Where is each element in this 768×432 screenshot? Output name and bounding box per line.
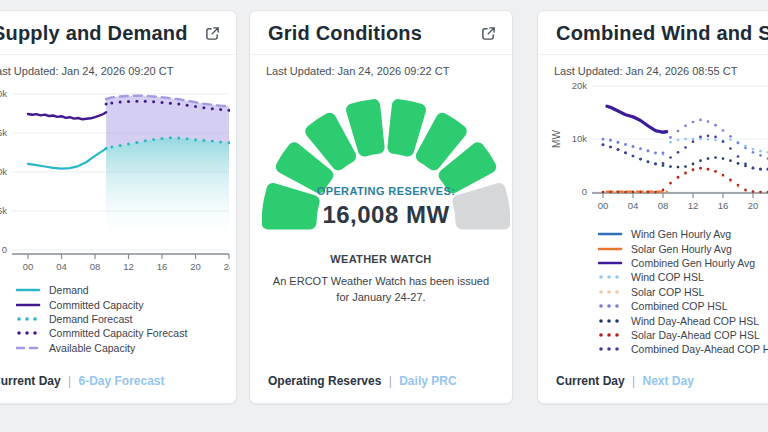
svg-text:20: 20: [190, 261, 201, 272]
legend-item: Combined COP HSL: [598, 299, 768, 313]
footer-separator: |: [68, 374, 71, 388]
legend-label: Solar Gen Hourly Avg: [631, 243, 732, 255]
legend-swatch: [16, 286, 42, 294]
svg-text:20: 20: [748, 200, 759, 211]
grid-conditions-card: Grid Conditions Last Updated: Jan 24, 20…: [249, 10, 513, 404]
supply-demand-header: Supply and Demand: [0, 11, 236, 55]
grid-conditions-tab-operating-reserves[interactable]: Operating Reserves: [268, 374, 381, 388]
svg-text:00: 00: [23, 261, 34, 272]
legend-swatch: [598, 259, 624, 267]
combined-wind-solar-last-updated: Last Updated: Jan 24, 2026 08:55 CT: [554, 65, 768, 77]
legend-item: Wind COP HSL: [598, 270, 768, 284]
svg-text:50k: 50k: [0, 166, 7, 177]
legend-item: Demand: [16, 283, 224, 297]
combined-wind-solar-legend: Wind Gen Hourly AvgSolar Gen Hourly AvgC…: [598, 227, 768, 357]
supply-demand-legend: DemandCommitted CapacityDemand ForecastC…: [16, 283, 224, 355]
legend-swatch: [598, 245, 624, 253]
footer-separator: |: [389, 374, 392, 388]
legend-swatch: [16, 329, 42, 337]
grid-conditions-footer: Operating Reserves | Daily PRC: [250, 364, 512, 403]
supply-demand-footer: Current Day | 6-Day Forecast: [0, 364, 236, 403]
combined-wind-solar-chart: 0004081216202420k10k0MW: [550, 81, 768, 217]
svg-text:12: 12: [123, 261, 134, 272]
supply-demand-card: Supply and Demand Last Updated: Jan 24, …: [0, 10, 237, 404]
combined-wind-solar-card: Combined Wind and Solar Last Updated: Ja…: [537, 10, 768, 404]
svg-text:16: 16: [157, 261, 168, 272]
combined-wind-solar-body: Last Updated: Jan 24, 2026 08:55 CT 0004…: [538, 55, 768, 364]
svg-text:20k: 20k: [572, 81, 588, 91]
svg-text:24: 24: [224, 261, 230, 272]
legend-label: Solar Day-Ahead COP HSL: [631, 329, 760, 341]
legend-swatch: [598, 288, 624, 296]
legend-label: Wind Gen Hourly Avg: [631, 228, 731, 240]
legend-label: Demand Forecast: [49, 313, 132, 325]
operating-reserves-value: 16,008 MW: [262, 201, 510, 229]
svg-text:04: 04: [628, 200, 639, 211]
legend-item: Committed Capacity Forecast: [16, 326, 224, 340]
legend-label: Available Capacity: [49, 342, 135, 354]
supply-demand-last-updated: Last Updated: Jan 24, 2026 09:20 CT: [0, 65, 224, 77]
weather-watch-title: WEATHER WATCH: [262, 253, 500, 265]
grid-conditions-title: Grid Conditions: [268, 22, 422, 45]
weather-watch-message: An ERCOT Weather Watch has been issued f…: [272, 274, 491, 306]
legend-swatch: [16, 344, 42, 352]
legend-swatch: [598, 230, 624, 238]
legend-label: Combined Day-Ahead COP HSL: [631, 343, 768, 355]
svg-text:MW: MW: [551, 130, 562, 148]
grid-conditions-body: Last Updated: Jan 24, 2026 09:22 CT OPER…: [250, 55, 512, 364]
svg-text:10k: 10k: [572, 133, 588, 144]
svg-text:25k: 25k: [0, 205, 7, 216]
svg-text:00: 00: [598, 200, 609, 211]
legend-item: Combined Gen Hourly Avg: [598, 256, 768, 270]
legend-swatch: [598, 331, 624, 339]
combined-wind-solar-title: Combined Wind and Solar: [556, 22, 768, 45]
svg-text:100k: 100k: [0, 88, 7, 99]
svg-text:08: 08: [90, 261, 101, 272]
legend-swatch: [16, 315, 42, 323]
combined-wind-solar-tab-next-day[interactable]: Next Day: [643, 374, 694, 388]
legend-swatch: [598, 273, 624, 281]
legend-label: Combined Gen Hourly Avg: [631, 257, 755, 269]
external-link-icon[interactable]: [481, 26, 496, 41]
legend-item: Combined Day-Ahead COP HSL: [598, 342, 768, 356]
legend-item: Wind Gen Hourly Avg: [598, 227, 768, 241]
legend-item: Demand Forecast: [16, 312, 224, 326]
combined-wind-solar-header: Combined Wind and Solar: [538, 11, 768, 55]
svg-text:08: 08: [658, 200, 669, 211]
legend-label: Solar COP HSL: [631, 286, 704, 298]
legend-swatch: [16, 301, 42, 309]
supply-demand-tab-6-day-forecast[interactable]: 6-Day Forecast: [79, 374, 165, 388]
operating-reserves-gauge: OPERATING RESERVES: 16,008 MW: [262, 93, 510, 233]
legend-swatch: [598, 317, 624, 325]
legend-swatch: [598, 345, 624, 353]
legend-label: Committed Capacity Forecast: [49, 327, 187, 339]
ercot-dashboard: { "page": { "colors": { "link_blue": "#9…: [0, 0, 768, 432]
legend-label: Combined COP HSL: [631, 300, 728, 312]
grid-conditions-header: Grid Conditions: [250, 11, 512, 55]
svg-text:16: 16: [718, 200, 729, 211]
supply-demand-chart: 00040812162024100k75k50k25k0: [0, 81, 230, 277]
svg-text:0: 0: [2, 244, 7, 255]
legend-item: Solar Gen Hourly Avg: [598, 241, 768, 255]
supply-demand-tab-current-day[interactable]: Current Day: [0, 374, 61, 388]
combined-wind-solar-footer: Current Day | Next Day: [538, 364, 768, 403]
supply-demand-body: Last Updated: Jan 24, 2026 09:20 CT 0004…: [0, 55, 236, 364]
grid-conditions-tab-daily-prc[interactable]: Daily PRC: [399, 374, 456, 388]
legend-label: Wind Day-Ahead COP HSL: [631, 315, 759, 327]
supply-demand-title: Supply and Demand: [0, 22, 188, 45]
operating-reserves-label: OPERATING RESERVES:: [262, 185, 510, 197]
legend-item: Solar COP HSL: [598, 285, 768, 299]
footer-separator: |: [632, 374, 635, 388]
legend-item: Solar Day-Ahead COP HSL: [598, 328, 768, 342]
legend-label: Committed Capacity: [49, 299, 144, 311]
svg-text:12: 12: [688, 200, 699, 211]
legend-swatch: [598, 302, 624, 310]
legend-item: Wind Day-Ahead COP HSL: [598, 313, 768, 327]
svg-text:0: 0: [582, 186, 587, 197]
legend-label: Wind COP HSL: [631, 271, 704, 283]
legend-item: Committed Capacity: [16, 297, 224, 311]
svg-text:75k: 75k: [0, 127, 7, 138]
external-link-icon[interactable]: [205, 26, 220, 41]
combined-wind-solar-tab-current-day[interactable]: Current Day: [556, 374, 625, 388]
legend-item: Available Capacity: [16, 341, 224, 355]
